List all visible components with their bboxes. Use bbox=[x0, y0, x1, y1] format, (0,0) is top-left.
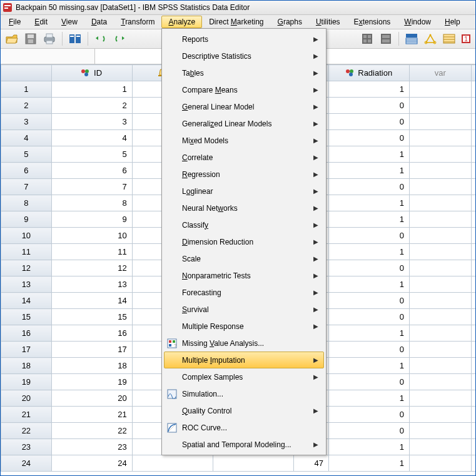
cell-radiation[interactable]: 0 bbox=[328, 407, 409, 423]
cell-empty[interactable] bbox=[471, 163, 475, 179]
cell-radiation[interactable]: 1 bbox=[328, 146, 409, 163]
cell-id[interactable]: 19 bbox=[51, 374, 132, 390]
menu-item-descriptive-statistics[interactable]: Descriptive Statistics▶ bbox=[164, 48, 324, 64]
cell-radiation[interactable]: 1 bbox=[328, 276, 409, 293]
cell-empty[interactable] bbox=[471, 260, 475, 276]
col-header-var2[interactable]: var bbox=[471, 65, 475, 81]
cell-empty[interactable] bbox=[471, 146, 475, 163]
tool-recall-dialog[interactable] bbox=[66, 31, 84, 47]
tool-undo[interactable] bbox=[92, 31, 109, 47]
row-header[interactable]: 2 bbox=[1, 98, 52, 114]
menu-item-survival[interactable]: Survival▶ bbox=[164, 301, 324, 318]
cell-empty[interactable] bbox=[471, 423, 475, 439]
menu-data[interactable]: Data bbox=[84, 16, 114, 28]
cell-id[interactable]: 2 bbox=[51, 98, 132, 114]
menu-item-nonparametric-tests[interactable]: Nonparametric Tests▶ bbox=[164, 267, 324, 284]
cell-empty[interactable] bbox=[409, 211, 471, 228]
row-header[interactable]: 24 bbox=[1, 455, 52, 472]
cell-pain[interactable] bbox=[132, 455, 213, 472]
tool-badge[interactable]: 1 bbox=[459, 31, 473, 47]
tool-grid-b[interactable] bbox=[377, 31, 395, 47]
cell-id[interactable]: 15 bbox=[51, 309, 132, 325]
cell-empty[interactable] bbox=[471, 179, 475, 195]
menu-item-complex-samples[interactable]: Complex Samples▶ bbox=[164, 368, 324, 385]
row-header[interactable]: 15 bbox=[1, 309, 52, 325]
menu-utilities[interactable]: Utilities bbox=[309, 16, 347, 28]
cell-radiation[interactable]: 0 bbox=[328, 130, 409, 146]
menu-item-multiple-imputation[interactable]: Multiple Imputation▶ bbox=[164, 352, 324, 368]
cell-radiation[interactable]: 1 bbox=[328, 439, 409, 455]
cell-empty[interactable] bbox=[471, 390, 475, 407]
grid-corner[interactable] bbox=[1, 65, 52, 81]
cell-empty[interactable] bbox=[471, 211, 475, 228]
menu-item-correlate[interactable]: Correlate▶ bbox=[164, 149, 324, 166]
cell-radiation[interactable]: 1 bbox=[328, 195, 409, 211]
col-header-id[interactable]: ID bbox=[51, 65, 132, 81]
menu-edit[interactable]: Edit bbox=[28, 16, 54, 28]
cell-empty[interactable] bbox=[409, 358, 471, 374]
cell-empty[interactable] bbox=[409, 81, 471, 98]
row-header[interactable]: 20 bbox=[1, 390, 52, 407]
cell-radiation[interactable]: 1 bbox=[328, 390, 409, 407]
cell-empty[interactable] bbox=[409, 439, 471, 455]
menu-view[interactable]: View bbox=[54, 16, 84, 28]
cell-empty[interactable] bbox=[471, 293, 475, 309]
cell-empty[interactable] bbox=[471, 130, 475, 146]
menu-item-missing-value-analysis[interactable]: ?Missing Value Analysis... bbox=[164, 335, 324, 352]
row-header[interactable]: 12 bbox=[1, 260, 52, 276]
cell-radiation[interactable]: 0 bbox=[328, 179, 409, 195]
cell-empty[interactable] bbox=[409, 309, 471, 325]
row-header[interactable]: 17 bbox=[1, 342, 52, 358]
cell-id[interactable]: 5 bbox=[51, 146, 132, 163]
cell-radiation[interactable]: 0 bbox=[328, 114, 409, 130]
cell-empty[interactable] bbox=[409, 293, 471, 309]
cell-id[interactable]: 23 bbox=[51, 439, 132, 455]
menu-item-roc-curve[interactable]: ROC Curve... bbox=[164, 419, 324, 436]
cell-id[interactable]: 18 bbox=[51, 358, 132, 374]
menu-item-classify[interactable]: Classify▶ bbox=[164, 216, 324, 233]
menu-item-dimension-reduction[interactable]: Dimension Reduction▶ bbox=[164, 233, 324, 250]
tool-grid-a[interactable] bbox=[358, 31, 376, 47]
menu-item-loglinear[interactable]: Loglinear▶ bbox=[164, 183, 324, 200]
cell-empty[interactable] bbox=[409, 325, 471, 342]
cell-empty[interactable] bbox=[409, 163, 471, 179]
cell-id[interactable]: 21 bbox=[51, 407, 132, 423]
cell-empty[interactable] bbox=[471, 309, 475, 325]
cell-id[interactable]: 16 bbox=[51, 325, 132, 342]
cell-empty[interactable] bbox=[471, 439, 475, 455]
cell-h[interactable]: 47 bbox=[293, 455, 328, 472]
cell-radiation[interactable]: 0 bbox=[328, 228, 409, 244]
row-header[interactable]: 5 bbox=[1, 146, 52, 163]
cell-radiation[interactable]: 0 bbox=[328, 342, 409, 358]
cell-id[interactable]: 4 bbox=[51, 130, 132, 146]
cell-empty[interactable] bbox=[471, 228, 475, 244]
menu-item-reports[interactable]: Reports▶ bbox=[164, 31, 324, 48]
cell-id[interactable]: 3 bbox=[51, 114, 132, 130]
row-header[interactable]: 19 bbox=[1, 374, 52, 390]
cell-id[interactable]: 11 bbox=[51, 244, 132, 260]
menu-analyze[interactable]: Analyze bbox=[161, 16, 202, 28]
tool-save[interactable] bbox=[22, 31, 39, 47]
menu-help[interactable]: Help bbox=[438, 16, 467, 28]
tool-redo[interactable] bbox=[111, 31, 128, 47]
cell-empty[interactable] bbox=[471, 114, 475, 130]
cell-id[interactable]: 10 bbox=[51, 228, 132, 244]
col-header-radiation[interactable]: Radiation bbox=[328, 65, 409, 81]
menu-bar[interactable]: File Edit View Data Transform Analyze Di… bbox=[1, 15, 475, 29]
cell-empty[interactable] bbox=[409, 195, 471, 211]
cell-id[interactable]: 8 bbox=[51, 195, 132, 211]
cell-id[interactable]: 13 bbox=[51, 276, 132, 293]
menu-item-generalized-linear-models[interactable]: Generalized Linear Models▶ bbox=[164, 115, 324, 132]
menu-item-tables[interactable]: Tables▶ bbox=[164, 64, 324, 81]
menu-graphs[interactable]: Graphs bbox=[271, 16, 309, 28]
menu-item-regression[interactable]: Regression▶ bbox=[164, 166, 324, 183]
row-header[interactable]: 9 bbox=[1, 211, 52, 228]
cell-empty[interactable] bbox=[471, 358, 475, 374]
cell-empty[interactable] bbox=[409, 342, 471, 358]
tool-variables[interactable] bbox=[403, 31, 420, 47]
cell-id[interactable]: 17 bbox=[51, 342, 132, 358]
table-row[interactable]: 2424471 bbox=[1, 455, 476, 472]
cell-id[interactable]: 22 bbox=[51, 423, 132, 439]
menu-window[interactable]: Window bbox=[397, 16, 438, 28]
cell-address-box[interactable] bbox=[1, 49, 95, 64]
